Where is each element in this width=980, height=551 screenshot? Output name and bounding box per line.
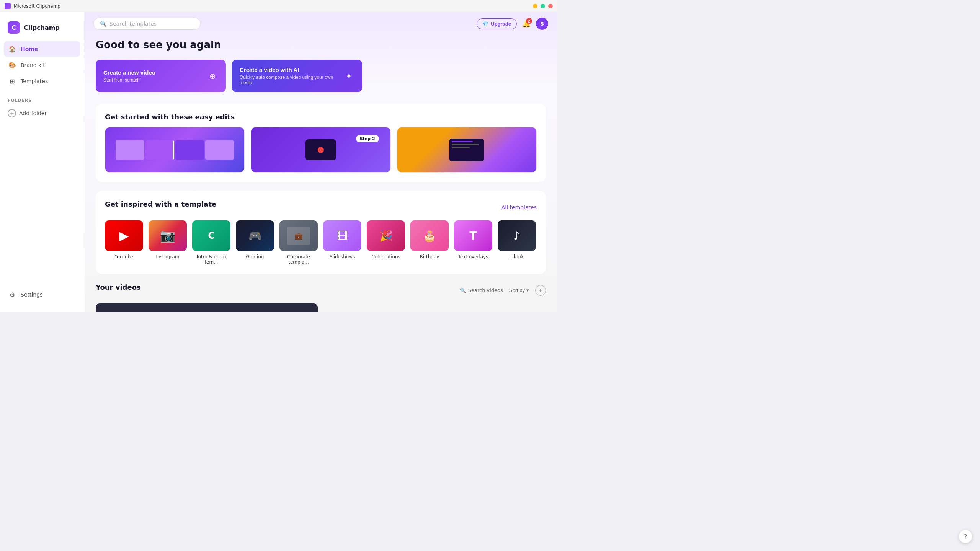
trim-frame-1 — [116, 140, 144, 160]
search-videos-icon: 🔍 — [460, 287, 466, 293]
template-item-birthday[interactable]: 🎂 Birthday — [410, 220, 449, 265]
create-buttons-area: Create a new video Start from scratch ⊕ … — [96, 60, 546, 92]
search-placeholder: Search templates — [109, 21, 157, 27]
instagram-icon: 📷 — [160, 228, 175, 243]
template-item-text-overlays[interactable]: T Text overlays — [454, 220, 492, 265]
record-yourself-card: Step 2 Record yourself Use your micropho… — [251, 127, 390, 173]
upgrade-button[interactable]: 💎 Upgrade — [477, 18, 517, 29]
settings-icon: ⚙️ — [8, 291, 16, 298]
tiktok-icon: ♪ — [513, 230, 520, 242]
videos-header-actions: 🔍 Search videos Sort by ▾ + — [460, 285, 546, 296]
youtube-icon: ▶ — [119, 228, 129, 243]
settings-label: Settings — [21, 292, 42, 298]
template-scroll: ▶ YouTube 📷 Instagram C — [105, 220, 537, 265]
tts-illustration — [397, 127, 536, 172]
add-folder-button[interactable]: + Add folder — [8, 107, 76, 120]
record-dot — [318, 147, 324, 153]
sort-button[interactable]: Sort by ▾ — [509, 287, 529, 293]
sort-chevron-icon: ▾ — [526, 287, 529, 293]
record-yourself-bottom: Record yourself Use your microphone, scr… — [251, 172, 390, 173]
title-bar: Microsoft Clipchamp — [0, 0, 557, 12]
record-screen — [305, 139, 336, 160]
logo-icon: C — [8, 21, 20, 34]
upgrade-icon: 💎 — [482, 21, 488, 27]
create-ai-title: Create a video with AI — [240, 67, 343, 73]
header: 🔍 Search templates 💎 Upgrade 🔔 2 S — [84, 12, 557, 35]
template-label-corporate: Corporate templa... — [279, 254, 318, 265]
upgrade-label: Upgrade — [491, 21, 511, 27]
add-folder-icon: + — [8, 109, 16, 117]
intro-icon: C — [208, 230, 215, 241]
close-button[interactable] — [548, 4, 553, 8]
template-item-intro-outro[interactable]: C Intro & outro tem... — [192, 220, 230, 265]
template-thumb-birthday: 🎂 — [410, 220, 449, 251]
templates-section-header: Get inspired with a template All templat… — [105, 200, 537, 214]
template-label-instagram: Instagram — [156, 254, 179, 259]
folders-label: FOLDERS — [8, 98, 76, 103]
restore-button[interactable] — [541, 4, 545, 8]
template-thumb-slideshows: 🎞 — [323, 220, 361, 251]
create-new-icon: ⊕ — [207, 70, 218, 82]
tts-line-2 — [452, 144, 479, 145]
easy-edits-title: Get started with these easy edits — [105, 113, 537, 121]
sidebar-item-brand-kit[interactable]: 🎨 Brand kit — [4, 57, 80, 73]
video-card-2[interactable]: ▶ — [324, 303, 546, 312]
create-ai-subtitle: Quickly auto compose a video using your … — [240, 75, 343, 85]
header-right: 💎 Upgrade 🔔 2 S — [477, 18, 548, 30]
sidebar-home-label: Home — [21, 46, 38, 52]
template-thumb-intro-outro: C — [192, 220, 230, 251]
create-ai-video-button[interactable]: Create a video with AI Quickly auto comp… — [232, 60, 362, 92]
template-item-tiktok[interactable]: ♪ TikTok — [498, 220, 536, 265]
template-item-instagram[interactable]: 📷 Instagram — [149, 220, 187, 265]
template-label-intro-outro: Intro & outro tem... — [192, 254, 230, 265]
celebrations-icon: 🎉 — [379, 230, 393, 242]
template-label-youtube: YouTube — [115, 254, 134, 259]
template-thumb-text-overlays: T — [454, 220, 492, 251]
minimize-button[interactable] — [533, 4, 537, 8]
sidebar-item-templates[interactable]: ⊞ Templates — [4, 73, 80, 89]
create-new-video-button[interactable]: Create a new video Start from scratch ⊕ — [96, 60, 226, 92]
logo-text: Clipchamp — [24, 24, 60, 31]
video-card-1[interactable] — [96, 303, 318, 312]
notif-badge: 2 — [526, 18, 532, 24]
edit-cards: Trim video Remove extra footage with a f… — [105, 127, 537, 173]
video-grid: ▶ — [96, 303, 546, 312]
template-label-birthday: Birthday — [420, 254, 439, 259]
template-thumb-corporate: 💼 — [279, 220, 318, 251]
your-videos-title: Your videos — [96, 283, 141, 291]
record-yourself-image: Step 2 — [251, 127, 390, 172]
window-controls[interactable] — [533, 4, 553, 8]
trim-frame-3 — [175, 140, 204, 160]
search-videos-button[interactable]: 🔍 Search videos — [460, 287, 503, 293]
template-thumb-tiktok: ♪ — [498, 220, 536, 251]
add-folder-label: Add folder — [19, 110, 47, 116]
template-item-celebrations[interactable]: 🎉 Celebrations — [367, 220, 405, 265]
sidebar-bottom: ⚙️ Settings — [0, 283, 84, 306]
main-content: 🔍 Search templates 💎 Upgrade 🔔 2 S Good … — [84, 12, 557, 312]
template-item-gaming[interactable]: 🎮 Gaming — [236, 220, 274, 265]
videos-header: Your videos 🔍 Search videos Sort by ▾ + — [96, 283, 546, 297]
tts-screen — [449, 139, 484, 161]
template-item-corporate[interactable]: 💼 Corporate templa... — [279, 220, 318, 265]
avatar[interactable]: S — [536, 18, 548, 30]
create-new-text: Create a new video Start from scratch — [103, 69, 155, 83]
create-ai-icon: ✦ — [343, 70, 354, 82]
title-bar-left: Microsoft Clipchamp — [5, 3, 60, 9]
templates-title: Get inspired with a template — [105, 200, 216, 208]
search-bar[interactable]: 🔍 Search templates — [93, 18, 201, 30]
app-container: C Clipchamp 🏠 Home 🎨 Brand kit ⊞ Templat… — [0, 12, 557, 312]
trim-frame-2 — [145, 140, 174, 160]
all-templates-link[interactable]: All templates — [501, 204, 537, 210]
create-new-subtitle: Start from scratch — [103, 77, 155, 83]
corporate-icon: 💼 — [294, 232, 303, 240]
sidebar-item-settings[interactable]: ⚙️ Settings — [4, 287, 80, 302]
page-title: Good to see you again — [96, 39, 546, 51]
template-item-youtube[interactable]: ▶ YouTube — [105, 220, 143, 265]
sidebar-nav: 🏠 Home 🎨 Brand kit ⊞ Templates — [0, 41, 84, 89]
tts-line-1 — [452, 141, 473, 142]
sidebar-item-home[interactable]: 🏠 Home — [4, 41, 80, 57]
template-item-slideshows[interactable]: 🎞 Slideshows — [323, 220, 361, 265]
add-video-button[interactable]: + — [535, 285, 546, 296]
notifications-button[interactable]: 🔔 2 — [522, 20, 531, 28]
sidebar-brand-kit-label: Brand kit — [21, 62, 45, 68]
